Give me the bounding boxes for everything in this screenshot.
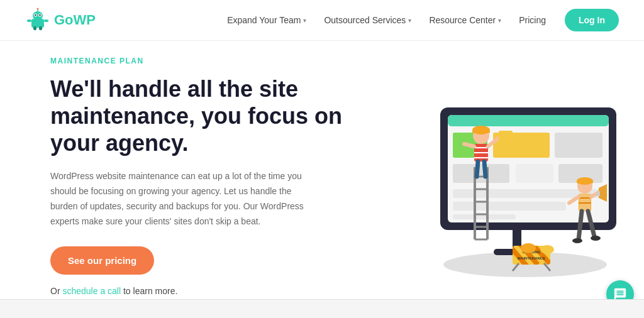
svg-point-61 [591, 236, 601, 241]
navbar: GoWP Expand Your Team ▾ Outsourced Servi… [0, 0, 644, 41]
hero-content: MAINTENANCE PLAN We'll handle all the si… [50, 57, 352, 297]
svg-rect-22 [516, 164, 553, 183]
login-button[interactable]: Log In [565, 9, 619, 31]
logo-icon [25, 8, 50, 33]
svg-rect-20 [555, 133, 602, 158]
svg-rect-37 [472, 130, 490, 133]
svg-rect-9 [44, 19, 48, 22]
svg-point-71 [521, 243, 536, 253]
main-section: MAINTENANCE PLAN We'll handle all the si… [0, 41, 644, 299]
svg-line-46 [484, 162, 486, 177]
nav-pricing[interactable]: Pricing [513, 11, 552, 29]
svg-rect-0 [31, 19, 44, 28]
svg-rect-44 [499, 131, 513, 145]
svg-rect-11 [39, 26, 42, 30]
nav-outsourced[interactable]: Outsourced Services ▾ [318, 11, 418, 29]
maintenance-illustration: ONGOING MAINTENANCE [377, 70, 641, 283]
svg-rect-57 [597, 191, 600, 196]
svg-text:MAINTENANCE: MAINTENANCE [518, 256, 545, 260]
svg-rect-17 [448, 115, 609, 126]
svg-point-5 [39, 14, 40, 16]
hero-illustration: ONGOING MAINTENANCE [377, 70, 641, 283]
hero-description: WordPress website maintenance can eat up… [50, 169, 314, 229]
or-text: Or schedule a call to learn more. [50, 286, 352, 296]
svg-point-7 [37, 8, 39, 10]
see-pricing-button[interactable]: See our pricing [50, 246, 154, 275]
svg-rect-8 [27, 19, 31, 22]
svg-point-60 [572, 238, 582, 243]
nav-resource[interactable]: Resource Center ▾ [423, 11, 508, 29]
svg-line-42 [464, 144, 474, 146]
svg-rect-49 [577, 181, 593, 184]
chevron-down-icon: ▾ [408, 17, 411, 24]
chevron-down-icon: ▾ [498, 17, 501, 24]
main-heading: We'll handle all the site maintenance, y… [50, 75, 352, 157]
svg-rect-21 [453, 164, 509, 183]
logo[interactable]: GoWP [25, 8, 96, 33]
brand-name: GoWP [54, 12, 96, 28]
nav-links: Expand Your Team ▾ Outsourced Services ▾… [221, 11, 552, 29]
svg-rect-10 [33, 26, 36, 30]
nav-expand-team[interactable]: Expand Your Team ▾ [221, 11, 313, 29]
bottom-bar [0, 299, 644, 318]
section-label: MAINTENANCE PLAN [50, 57, 352, 65]
svg-line-58 [579, 211, 582, 239]
svg-rect-25 [453, 202, 566, 211]
schedule-call-link[interactable]: schedule a call [62, 286, 121, 296]
svg-line-45 [477, 162, 478, 177]
chevron-down-icon: ▾ [303, 17, 306, 24]
svg-point-72 [540, 245, 554, 254]
svg-point-4 [35, 14, 36, 16]
